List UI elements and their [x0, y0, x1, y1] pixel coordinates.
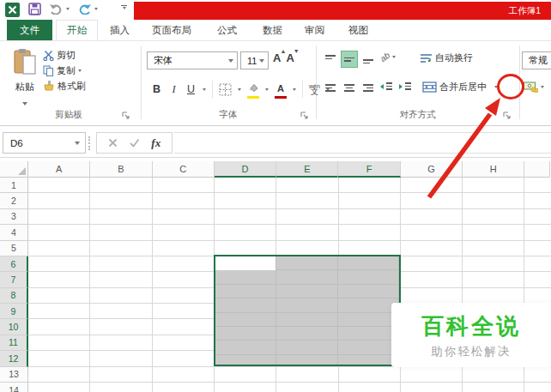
enter-icon[interactable]: [130, 138, 140, 148]
fill-color-button[interactable]: [247, 80, 259, 99]
tab-insert[interactable]: 插入: [100, 20, 140, 40]
orientation-dropdown-icon[interactable]: [392, 56, 396, 58]
row-header-3[interactable]: 3: [0, 209, 28, 225]
merge-center-button[interactable]: 合并后居中: [422, 81, 498, 93]
column-header-b[interactable]: B: [90, 161, 152, 178]
row-header-1[interactable]: 1: [0, 178, 28, 193]
horizontal-align-buttons: [322, 80, 377, 97]
orientation-button[interactable]: ab: [380, 52, 396, 62]
font-color-button[interactable]: A: [275, 80, 287, 99]
column-header-partial[interactable]: [524, 161, 550, 178]
undo-dropdown-icon[interactable]: [66, 8, 70, 10]
cancel-icon[interactable]: [108, 138, 118, 148]
copy-button[interactable]: 复制: [43, 64, 82, 77]
alignment-dialog-launcher-icon[interactable]: [503, 112, 511, 119]
top-align-button[interactable]: [322, 51, 339, 68]
row-header-8[interactable]: 8: [0, 288, 28, 304]
customize-quick-access-icon[interactable]: [121, 5, 127, 9]
selection-fill: [215, 256, 399, 365]
align-right-button[interactable]: [360, 80, 377, 97]
row-header-4[interactable]: 4: [0, 225, 28, 240]
column-header-c[interactable]: C: [153, 161, 215, 178]
accounting-dropdown-icon[interactable]: [541, 86, 544, 88]
save-button[interactable]: [28, 3, 41, 15]
paste-button[interactable]: 粘贴: [8, 48, 42, 109]
annotation-circle: [497, 74, 524, 100]
formula-bar: D6 fx: [0, 129, 551, 158]
column-header-a[interactable]: A: [28, 161, 90, 178]
tab-data[interactable]: 数据: [252, 20, 293, 40]
row-header-12[interactable]: 12: [0, 351, 28, 366]
number-format-select[interactable]: 常规: [522, 51, 551, 69]
font-size-buttons: A▲ A▼: [273, 51, 294, 64]
increase-indent-button[interactable]: [399, 81, 413, 92]
bottom-align-button[interactable]: [360, 51, 377, 68]
select-all-corner[interactable]: [0, 161, 28, 178]
tab-page-layout[interactable]: 页面布局: [142, 20, 202, 40]
insert-function-button[interactable]: fx: [151, 136, 160, 150]
redo-button[interactable]: [77, 3, 98, 15]
tab-file[interactable]: 文件: [7, 20, 52, 40]
name-box-value: D6: [10, 138, 23, 148]
scissors-icon: [43, 50, 54, 61]
copy-label: 复制: [57, 64, 76, 77]
middle-align-button[interactable]: [341, 51, 358, 68]
formula-input[interactable]: [174, 132, 551, 154]
row-header-13[interactable]: 13: [0, 367, 28, 383]
grow-font-button[interactable]: A▲: [273, 51, 281, 64]
merge-center-label: 合并后居中: [439, 81, 487, 93]
column-header-e[interactable]: E: [276, 161, 338, 178]
row-header-9[interactable]: 9: [0, 304, 28, 319]
paint-bucket-icon: [247, 83, 259, 92]
font-name-select[interactable]: 宋体: [147, 51, 238, 69]
paste-dropdown-icon[interactable]: [22, 102, 27, 106]
align-left-button[interactable]: [322, 80, 339, 97]
row-headers: 1 2 3 4 5 6 7 8 9 10 11 12 13 14: [0, 178, 28, 392]
group-divider: [141, 45, 142, 119]
clipboard-dialog-launcher-icon[interactable]: [122, 112, 130, 119]
underline-dropdown-icon[interactable]: [203, 88, 206, 91]
column-header-g[interactable]: G: [401, 161, 463, 178]
tab-formulas[interactable]: 公式: [207, 20, 247, 40]
italic-button[interactable]: I: [168, 83, 179, 96]
fill-color-dropdown-icon[interactable]: [265, 88, 269, 91]
decrease-indent-button[interactable]: [380, 81, 394, 92]
borders-icon[interactable]: [219, 83, 232, 96]
accounting-format-button[interactable]: [524, 81, 544, 93]
tab-review[interactable]: 审阅: [294, 20, 335, 40]
row-header-11[interactable]: 11: [0, 335, 28, 351]
excel-logo-icon: [5, 3, 20, 17]
column-header-f[interactable]: F: [338, 161, 400, 178]
shrink-font-button[interactable]: A▼: [286, 51, 294, 64]
tab-home[interactable]: 开始: [56, 20, 98, 40]
column-header-d[interactable]: D: [215, 161, 276, 178]
copy-dropdown-icon[interactable]: [78, 69, 82, 72]
font-size-select[interactable]: 11: [240, 51, 269, 69]
tab-view[interactable]: 视图: [338, 20, 378, 40]
underline-button[interactable]: U: [185, 83, 197, 95]
row-header-6[interactable]: 6: [0, 256, 28, 272]
name-box-dropdown-icon[interactable]: [75, 142, 80, 145]
row-header-2[interactable]: 2: [0, 193, 28, 208]
row-header-7[interactable]: 7: [0, 272, 28, 287]
font-group-label: 字体: [144, 109, 312, 121]
row-header-10[interactable]: 10: [0, 319, 28, 335]
redo-dropdown-icon[interactable]: [94, 8, 98, 10]
recording-banner: 工作簿1: [134, 2, 551, 20]
undo-button[interactable]: [49, 3, 70, 15]
borders-dropdown-icon[interactable]: [238, 88, 241, 91]
font-color-dropdown-icon[interactable]: [293, 88, 296, 91]
row-header-14[interactable]: 14: [0, 383, 28, 392]
formula-buttons: fx: [96, 132, 173, 154]
phonetic-guide-button[interactable]: wén 文: [309, 84, 320, 95]
cut-button[interactable]: 剪切: [43, 49, 76, 62]
format-painter-button[interactable]: 格式刷: [43, 80, 86, 93]
paste-label: 粘贴: [8, 81, 42, 93]
column-header-h[interactable]: H: [463, 161, 524, 178]
bold-button[interactable]: B: [151, 83, 162, 95]
wrap-text-button[interactable]: 自动换行: [420, 51, 473, 64]
font-dialog-launcher-icon[interactable]: [300, 112, 308, 119]
align-center-button[interactable]: [341, 80, 358, 97]
name-box[interactable]: D6: [3, 132, 86, 154]
row-header-5[interactable]: 5: [0, 241, 28, 256]
